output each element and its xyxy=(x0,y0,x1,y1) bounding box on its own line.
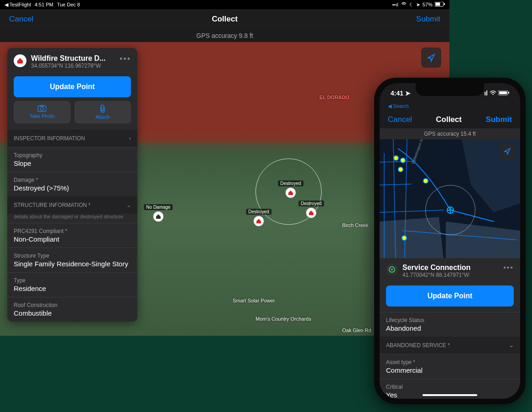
map-pin-nodamage[interactable]: No Damage xyxy=(153,211,164,222)
feature-icon xyxy=(386,264,398,275)
page-title: Collect xyxy=(33,15,416,24)
map-label-oakglen: Oak Glen Rd xyxy=(342,327,371,333)
more-button[interactable]: ••• xyxy=(503,264,514,272)
feature-panel: Wildfire Structure D... 34.055734°N 116.… xyxy=(7,48,137,322)
cancel-button[interactable]: Cancel xyxy=(388,115,412,124)
feature-title: Service Connection xyxy=(402,264,499,272)
map-label-moms: Mom's Country Orchards xyxy=(256,316,311,322)
map-label-birch: Birch Creek xyxy=(342,222,368,228)
field-prc[interactable]: PRC4291 Compliant * Non-Compliant xyxy=(7,223,137,248)
iphone-navbar: Cancel Collect Submit xyxy=(380,111,520,128)
battery-percent: 57% xyxy=(422,2,433,7)
map-pin-destroyed-3[interactable]: Destroyed xyxy=(306,207,317,218)
svg-point-16 xyxy=(391,269,393,270)
moon-icon: ☾ xyxy=(409,2,414,8)
svg-rect-2 xyxy=(444,3,445,5)
map-pin-destroyed-1[interactable]: Destroyed xyxy=(253,216,264,227)
field-struct-type[interactable]: Structure Type Single Family Residence-S… xyxy=(7,248,137,272)
gps-accuracy-bar: GPS accuracy 15.4 ft xyxy=(380,128,520,139)
ipad-statusbar: ◀ TestFlight 4:51 PM Tue Dec 8 ••ıl ☾ ➤ … xyxy=(0,0,449,9)
svg-rect-8 xyxy=(508,92,509,94)
svg-rect-5 xyxy=(40,105,44,106)
chevron-down-icon: ⌄ xyxy=(126,202,131,208)
chevron-down-icon: ⌄ xyxy=(509,342,514,349)
field-asset-type[interactable]: Asset type * Commercial xyxy=(380,354,520,379)
attach-button[interactable]: Attach xyxy=(74,101,131,123)
ipad-navbar: Cancel Collect Submit xyxy=(0,9,449,29)
take-photo-button[interactable]: Take Photo xyxy=(14,101,71,123)
update-point-button[interactable]: Update Point xyxy=(386,285,514,306)
iphone-device: 4:41 ➤ ıl ◀ Search Cancel Collect Submit… xyxy=(374,78,526,404)
map-feature-dot[interactable] xyxy=(400,158,406,163)
svg-rect-7 xyxy=(499,91,507,94)
feature-icon xyxy=(14,54,26,67)
cancel-button[interactable]: Cancel xyxy=(9,15,33,24)
crosshair-icon xyxy=(446,206,454,214)
wifi-icon xyxy=(490,90,496,97)
page-title: Collect xyxy=(412,115,485,124)
notch xyxy=(416,83,484,96)
more-button[interactable]: ••• xyxy=(120,54,131,64)
map-label-smart: Smart Solar Power xyxy=(233,298,275,303)
submit-button[interactable]: Submit xyxy=(416,15,440,24)
map-feature-dot[interactable] xyxy=(393,155,399,161)
paperclip-icon xyxy=(99,105,106,113)
map-feature-dot[interactable] xyxy=(423,178,428,184)
date: Tue Dec 8 xyxy=(57,2,80,7)
map-pin-destroyed-2[interactable]: Destroyed xyxy=(285,187,296,198)
abandoned-section-header[interactable]: ABANDONED SERVICE * ⌄ xyxy=(380,337,520,354)
locate-button[interactable] xyxy=(421,48,441,68)
field-damage[interactable]: Damage * Destroyed (>75%) xyxy=(7,172,137,196)
svg-point-4 xyxy=(41,107,44,111)
signal-icon: ••ıl xyxy=(392,2,398,7)
map-feature-dot[interactable] xyxy=(398,167,403,172)
home-indicator[interactable] xyxy=(422,394,477,396)
locate-button[interactable] xyxy=(499,143,516,159)
field-roof[interactable]: Roof Construction Combustible xyxy=(7,297,137,322)
chevron-right-icon: › xyxy=(129,135,131,142)
region-label: EL DORADO xyxy=(319,95,349,100)
inspector-section-header[interactable]: INSPECTOR INFORMATION › xyxy=(7,130,137,147)
battery-icon xyxy=(498,90,509,97)
back-to-search[interactable]: ◀ Search xyxy=(380,103,520,111)
feature-coords: 41.770042°N 88.147971°W xyxy=(402,272,499,278)
battery-icon xyxy=(435,2,445,8)
camera-icon xyxy=(37,105,47,112)
feature-panel: Service Connection 41.770042°N 88.147971… xyxy=(380,258,520,399)
signal-icon: ıl xyxy=(484,90,488,97)
time: 4:51 PM xyxy=(35,2,53,7)
feature-title: Wildfire Structure D... xyxy=(31,54,115,63)
feature-coords: 34.055734°N 116.967278°W xyxy=(31,63,115,69)
map[interactable]: S Washington St xyxy=(380,139,520,258)
wifi-icon xyxy=(401,2,407,7)
field-lifecycle[interactable]: Lifecycle Status Abandoned xyxy=(380,312,520,337)
structure-section-desc: details about the damaged or destroyed s… xyxy=(7,214,137,223)
map-feature-dot[interactable] xyxy=(402,235,407,241)
gps-accuracy-bar: GPS accuracy 9.8 ft xyxy=(0,29,449,42)
time: 4:41 ➤ xyxy=(391,90,411,97)
submit-button[interactable]: Submit xyxy=(485,115,512,124)
location-icon: ➤ xyxy=(416,2,420,8)
field-topography[interactable]: Topography Slope xyxy=(7,147,137,172)
accuracy-circle xyxy=(425,185,475,235)
back-to-app[interactable]: ◀ TestFlight xyxy=(5,2,31,8)
svg-rect-1 xyxy=(436,2,440,5)
update-point-button[interactable]: Update Point xyxy=(14,76,131,97)
field-type[interactable]: Type Residence xyxy=(7,272,137,297)
structure-section-header[interactable]: STRUCTURE INFORMATION * ⌄ xyxy=(7,196,137,214)
